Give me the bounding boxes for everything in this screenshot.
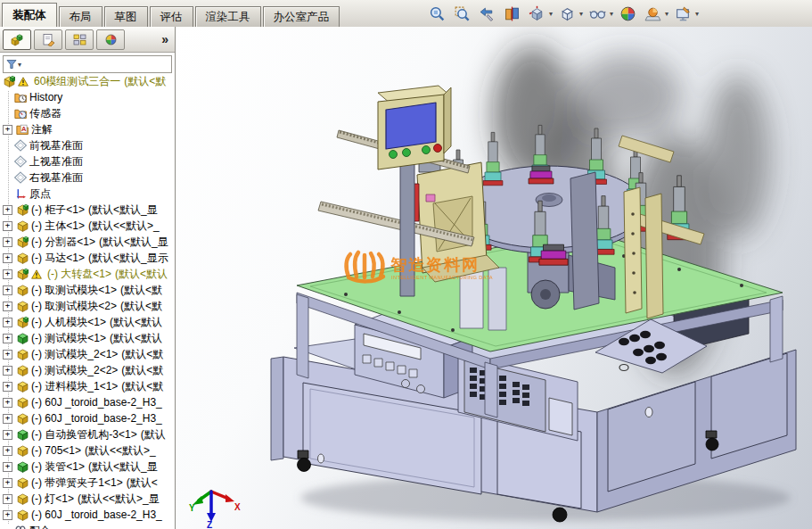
expand-toggle[interactable]: + [3,125,12,135]
expand-toggle[interactable]: + [3,510,12,520]
display-style-icon[interactable] [556,3,578,24]
tree-item-1[interactable]: 60模组测试三合一(默认<默 [0,73,175,89]
expand-toggle[interactable]: + [3,237,12,247]
expand-toggle[interactable]: + [3,350,12,360]
expand-toggle[interactable]: + [3,414,12,424]
expand-toggle[interactable]: + [3,253,12,263]
display-style-dropdown-caret[interactable]: ▾ [579,10,583,18]
view-orientation-icon[interactable] [526,3,547,24]
tree-item-config-suffix: (默认<默认_显 [99,235,168,250]
ribbon-tab-render-tools[interactable]: 渲染工具 [195,6,261,27]
expand-toggle[interactable]: + [3,318,12,327]
tree-item-7[interactable]: 右视基准面 [0,169,175,186]
view-orientation-dropdown-caret[interactable]: ▾ [549,10,553,18]
tree-item-label: (-) 装管<1> [31,459,85,475]
tree-item-config-suffix: (默认<<默认>_显 [78,492,160,507]
tree-item-28[interactable]: +(-) 60J _toroid_base-2_H3_ [0,507,175,523]
tree-item-18[interactable]: +(-) 测试模块_2<1>(默认<默 [0,346,175,362]
tree-item-3[interactable]: 传感器 [0,105,175,121]
expand-toggle[interactable]: + [3,382,12,392]
tree-item-label: (-) 自动换管机构-3<1> [31,427,137,442]
tree-item-label: (-) 进料模块_1<1> [31,379,118,394]
section-view-icon[interactable] [501,3,522,24]
tree-item-13[interactable]: +(-) 大转盘<1>(默认<默认 [0,266,175,282]
tree-item-config-suffix: (默认<默认_显 [88,459,158,475]
tree-item-label: 注解 [31,122,53,137]
tree-item-22[interactable]: +(-) 60J _toroid_base-2_H3_ [0,410,175,426]
filter-funnel-icon[interactable] [6,59,17,70]
tree-item-15[interactable]: +(-) 取测试模块<2>(默认<默 [0,298,175,314]
expand-toggle[interactable]: + [3,285,12,295]
assembly-icon [3,75,18,87]
tree-item-24[interactable]: +(-) 705<1>(默认<<默认>_ [0,442,175,459]
tree-item-29[interactable]: 配合 [0,523,175,529]
ribbon-tab-assembly[interactable]: 装配体 [2,3,57,27]
expand-toggle[interactable]: + [3,205,12,215]
hide-show-items-icon[interactable] [586,3,608,24]
tree-item-4[interactable]: +A注解 [0,121,175,137]
part-y-icon [16,284,31,296]
tree-item-17[interactable]: +(-) 测试模块<1>(默认<默认 [0,330,175,346]
tree-item-config-suffix: (默认<默 [120,283,162,298]
triad-z-label: Z [207,520,212,529]
ribbon-tab-layout[interactable]: 布局 [59,6,103,27]
tree-item-21[interactable]: +(-) 60J _toroid_base-2_H3_ [0,394,175,410]
tree-item-9[interactable]: +(-) 柜子<1>(默认<默认_显 [0,202,175,218]
tree-item-5[interactable]: 前视基准面 [0,137,175,153]
panel-tab-properties[interactable] [34,29,62,50]
expand-toggle[interactable]: + [3,366,12,376]
viewport-3d[interactable]: 智造资料网 INTELLIGENT MANUFACTURING DATA Y X… [176,27,812,529]
triad-x-label: X [234,502,241,512]
panel-tab-display-manager[interactable] [96,29,125,50]
tree-item-14[interactable]: +(-) 取测试模块<1>(默认<默 [0,282,175,298]
ribbon-tab-evaluate[interactable]: 评估 [150,6,193,27]
tree-item-26[interactable]: +(-) 带弹簧夹子1<1>(默认< [0,475,175,491]
expand-toggle[interactable]: + [3,446,12,456]
ribbon-tab-office-products[interactable]: 办公室产品 [263,6,340,27]
previous-view-icon[interactable] [476,3,497,24]
apply-scene-dropdown-caret[interactable]: ▾ [665,10,668,18]
panel-tab-configurations[interactable] [65,29,94,50]
expand-toggle[interactable]: + [3,462,12,472]
tree-item-label: (-) 60J _toroid_base-2_H3_ [31,412,162,425]
tree-item-label: (-) 灯<1> [31,492,74,507]
expand-toggle[interactable]: + [3,302,12,311]
expand-toggle[interactable]: + [3,221,12,231]
tree-item-20[interactable]: +(-) 进料模块_1<1>(默认<默 [0,378,175,394]
tree-item-11[interactable]: +(-) 分割器<1>(默认<默认_显 [0,234,175,250]
view-settings-icon[interactable] [672,3,693,24]
tree-item-19[interactable]: +(-) 测试模块_2<2>(默认<默 [0,362,175,378]
expand-toggle[interactable]: + [3,334,12,343]
tree-filter-field[interactable]: ▾ [3,55,172,73]
expand-toggle[interactable]: + [3,430,12,440]
ribbon-tab-sketch[interactable]: 草图 [104,6,148,27]
tree-item-27[interactable]: +(-) 灯<1>(默认<<默认>_显 [0,491,175,507]
tree-item-2[interactable]: History [0,89,175,105]
expand-toggle[interactable]: + [3,398,12,408]
tree-item-6[interactable]: 上视基准面 [0,153,175,169]
apply-scene-icon[interactable] [642,3,663,24]
expand-toggle[interactable]: + [3,494,12,504]
panel-overflow-chevron[interactable]: » [161,32,172,46]
tree-item-25[interactable]: +(-) 装管<1>(默认<默认_显 [0,459,175,475]
zoom-area-icon[interactable] [451,3,472,24]
hide-show-items-dropdown-caret[interactable]: ▾ [610,10,613,18]
zoom-fit-icon[interactable] [426,3,447,24]
expand-toggle[interactable]: + [3,478,12,488]
tree-item-8[interactable]: 原点 [0,186,175,202]
tree-item-23[interactable]: +(-) 自动换管机构-3<1>(默认 [0,426,175,442]
edit-appearance-icon[interactable] [617,3,638,24]
warning-icon [18,77,31,87]
ribbon-tabs: 装配体布局草图评估渲染工具办公室产品 [2,2,341,27]
tree-item-12[interactable]: +(-) 马达<1>(默认<默认_显示 [0,250,175,266]
tree-item-16[interactable]: +(-) 人机模块<1>(默认<默认 [0,314,175,330]
filter-caret[interactable]: ▾ [18,61,21,69]
watermark-title: 智造资料网 [390,256,480,274]
expand-toggle[interactable]: + [3,269,12,279]
panel-tab-features[interactable] [3,29,31,50]
tree-item-10[interactable]: +(-) 主体<1>(默认<<默认>_ [0,218,175,234]
view-settings-dropdown-caret[interactable]: ▾ [695,10,699,18]
tree-item-label: History [29,91,62,103]
annotations-icon: A [16,123,31,136]
part-y-icon [16,476,31,489]
